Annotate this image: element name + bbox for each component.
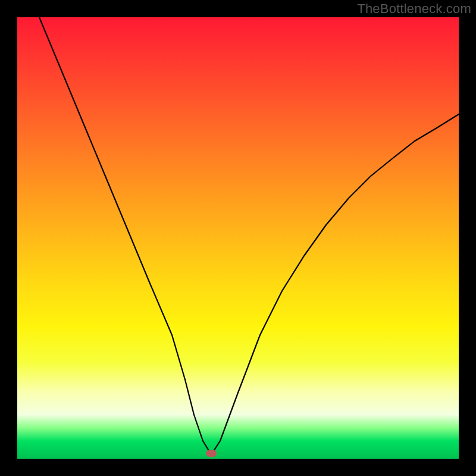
chart-frame: TheBottleneck.com	[0, 0, 476, 476]
bottleneck-curve	[17, 17, 459, 459]
optimum-marker	[206, 450, 217, 457]
watermark-text: TheBottleneck.com	[357, 1, 471, 17]
curve-path	[39, 17, 459, 455]
plot-area	[17, 17, 459, 459]
